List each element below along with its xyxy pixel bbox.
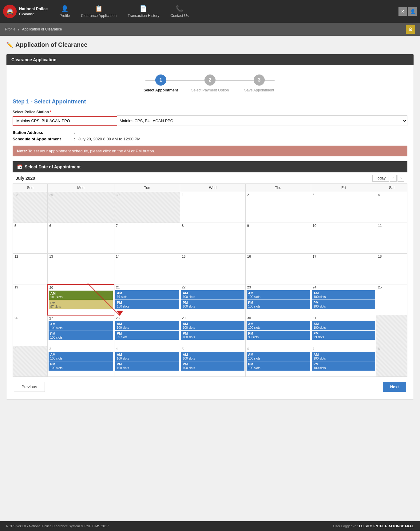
calendar-day[interactable]: 3AM100 slotsPM100 slots [48,346,114,377]
expand-button[interactable]: ✕ [398,7,407,16]
slot-am-button[interactable]: AM100 slots [49,291,113,300]
next-button[interactable]: Next [383,382,406,392]
history-icon: 📄 [140,5,147,12]
slot-am-button[interactable]: AM100 slots [312,290,375,300]
day-number: 5 [13,223,47,228]
calendar-day[interactable]: 6AM100 slotsPM100 slots [245,346,311,377]
breadcrumb-profile[interactable]: Profile [5,27,15,31]
day-number: 2 [246,192,311,198]
day-number: 5 [180,346,245,352]
calendar-week-3: 1920AM100 slotsPM97 slots21AM97 slotsPM1… [13,284,407,315]
day-number: 1 [180,192,245,198]
day-number: 4 [114,346,180,352]
slot-am-button[interactable]: AM100 slots [115,352,179,361]
slot-pm-button[interactable]: PM100 slots [247,361,310,371]
slot-pm-button[interactable]: PM100 slots [312,300,375,309]
nav-clearance[interactable]: 📋 Clearance Application [75,0,122,23]
day-number: 7 [311,346,376,352]
calendar-wrapper: Sun Mon Tue Wed Thu Fri Sat 282930123456… [13,183,407,377]
slot-am-button[interactable]: AM100 slots [115,321,179,330]
calendar-day[interactable]: 28AM100 slotsPM99 slots [114,315,180,346]
slot-pm-button[interactable]: PM99 slots [247,331,310,340]
footer-username: LUISITO ENTELA BATONGBAKAL [359,524,414,528]
prev-month-button[interactable]: ‹ [390,175,397,182]
step-3: 3 Save Appointment [235,74,284,92]
breadcrumb-current: Application of Clearance [22,27,62,31]
slot-am-button[interactable]: AM100 slots [312,352,375,361]
slot-am-button[interactable]: AM100 slots [247,352,310,361]
calendar-day: 6 [48,223,114,254]
police-station-input-group: Malolos CPS, BULACAN PPO [13,115,407,126]
slot-pm-button[interactable]: PM100 slots [115,361,179,371]
step-2: 2 Select Payment Option [185,74,235,92]
day-number: 3 [311,192,376,198]
day-number: 17 [311,254,376,259]
day-number: 25 [376,284,407,290]
slot-pm-button[interactable]: PM99 slots [115,331,179,340]
calendar-day[interactable]: 7AM100 slotsPM100 slots [311,346,376,377]
calendar-day[interactable]: 4AM100 slotsPM100 slots [114,346,180,377]
next-month-button[interactable]: › [398,175,404,182]
day-number: 30 [246,315,311,321]
calendar-day: 14 [114,254,180,284]
slot-am-button[interactable]: AM100 slots [247,321,310,330]
calendar-day: 2 [13,346,48,377]
address-row: Station Address : [13,130,407,135]
profile-icon: 👤 [61,5,69,12]
police-station-select[interactable]: Malolos CPS, BULACAN PPO [117,115,407,126]
stepper: 1 Select Appointment 2 Select Payment Op… [13,71,407,99]
slot-am-button[interactable]: AM97 slots [115,290,179,300]
slot-pm-button[interactable]: PM99 slots [312,331,375,340]
slot-am-button[interactable]: AM100 slots [181,290,244,300]
slot-am-button[interactable]: AM100 slots [247,290,310,300]
nav-history[interactable]: 📄 Transaction History [122,0,165,23]
slot-am-button[interactable]: AM100 slots [181,352,244,361]
calendar-day[interactable]: 21AM97 slotsPM100 slots [114,284,180,315]
slot-pm-button[interactable]: PM100 slots [312,361,375,371]
calendar-day[interactable]: 22AM100 slotsPM100 slots [180,284,246,315]
slot-am-button[interactable]: AM100 slots [181,321,244,330]
calendar-day[interactable]: 20AM100 slotsPM97 slots [48,284,114,315]
slot-pm-button[interactable]: PM100 slots [181,300,244,309]
day-number: 2 [13,346,47,352]
previous-button[interactable]: Previous [14,382,45,392]
calendar-day[interactable]: 24AM100 slotsPM100 slots [311,284,376,315]
user-corner-button[interactable]: 👤 [408,7,417,16]
clearance-icon: 📋 [95,5,103,12]
calendar-day: 17 [311,254,376,284]
slot-pm-button[interactable]: PM97 slots [49,300,113,309]
slot-pm-button[interactable]: PM100 slots [115,300,179,309]
slot-am-button[interactable]: AM100 slots [49,321,113,331]
settings-button[interactable]: ⚙ [406,25,415,34]
calendar-day: 3 [311,192,376,223]
slot-am-button[interactable]: AM100 slots [312,321,375,330]
calendar-day[interactable]: 29AM100 slotsPM100 slots [180,315,246,346]
calendar-day[interactable]: 31AM100 slotsPM99 slots [311,315,376,346]
slot-am-button[interactable]: AM100 slots [49,352,113,361]
calendar-day: 2 [245,192,311,223]
slot-pm-button[interactable]: PM100 slots [247,300,310,309]
calendar-day: 1 [180,192,246,223]
day-number: 9 [246,223,311,228]
day-number: 31 [311,315,376,321]
nav-profile[interactable]: 👤 Profile [54,0,75,23]
calendar-day[interactable]: 27AM100 slotsPM100 slots [48,315,114,346]
slot-pm-button[interactable]: PM100 slots [49,331,113,340]
slot-pm-button[interactable]: PM100 slots [49,361,113,371]
step-2-circle: 2 [204,74,216,86]
police-station-label: Select Police Station * [13,110,407,114]
calendar-table: Sun Mon Tue Wed Thu Fri Sat 282930123456… [13,183,407,377]
calendar-day[interactable]: 30AM100 slotsPM99 slots [245,315,311,346]
card-body: 1 Select Appointment 2 Select Payment Op… [6,65,414,399]
nav-contact[interactable]: 📞 Contact Us [165,0,194,23]
today-button[interactable]: Today [372,175,389,182]
card-header: Clearance Application [6,54,414,65]
calendar-day[interactable]: 23AM100 slotsPM100 slots [245,284,311,315]
calendar-day: 29 [48,192,114,223]
calendar-day: 5 [13,223,48,254]
police-station-input[interactable] [13,116,117,126]
day-number: 1 [376,315,407,321]
slot-pm-button[interactable]: PM100 slots [181,361,244,371]
slot-pm-button[interactable]: PM100 slots [181,331,244,340]
calendar-day[interactable]: 5AM100 slotsPM100 slots [180,346,246,377]
